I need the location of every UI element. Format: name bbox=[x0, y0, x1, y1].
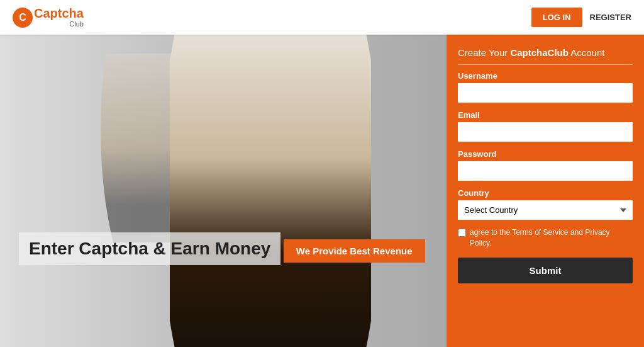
submit-button[interactable]: Submit bbox=[458, 258, 633, 283]
nav-buttons: LOG IN REGISTER bbox=[531, 8, 631, 27]
person-main bbox=[170, 35, 371, 347]
logo-club: Club bbox=[34, 21, 84, 28]
country-select[interactable]: Select Country United States United King… bbox=[458, 200, 633, 220]
terms-row: agree to the Terms of Service and Privac… bbox=[458, 227, 633, 249]
logo-brand-accent: C bbox=[34, 6, 43, 20]
email-label: Email bbox=[458, 110, 633, 120]
country-label: Country bbox=[458, 188, 633, 198]
password-label: Password bbox=[458, 149, 633, 159]
logo: C Captcha Club bbox=[13, 7, 84, 28]
form-title-brand: CaptchaClub bbox=[510, 47, 569, 58]
register-button[interactable]: REGISTER bbox=[590, 13, 631, 22]
email-input[interactable] bbox=[458, 122, 633, 142]
logo-brand-name: Captcha bbox=[34, 7, 84, 20]
username-input[interactable] bbox=[458, 83, 633, 103]
registration-panel: Create Your CaptchaClub Account Username… bbox=[447, 35, 644, 347]
hero-subtitle[interactable]: We Provide Best Revenue bbox=[284, 239, 425, 263]
username-label: Username bbox=[458, 71, 633, 81]
hero-section: Enter Captcha & Earn Money We Provide Be… bbox=[0, 35, 447, 347]
form-title-suffix: Account bbox=[569, 47, 605, 58]
hero-background bbox=[0, 35, 447, 347]
form-title: Create Your CaptchaClub Account bbox=[458, 47, 633, 65]
hero-text-block: Enter Captcha & Earn Money We Provide Be… bbox=[19, 232, 425, 271]
header: C Captcha Club LOG IN REGISTER bbox=[0, 0, 644, 35]
hero-title: Enter Captcha & Earn Money bbox=[19, 232, 280, 265]
form-title-prefix: Create Your bbox=[458, 47, 510, 58]
password-input[interactable] bbox=[458, 161, 633, 181]
logo-icon: C bbox=[13, 8, 33, 28]
login-button[interactable]: LOG IN bbox=[531, 8, 582, 27]
logo-text: Captcha Club bbox=[34, 7, 84, 28]
terms-checkbox[interactable] bbox=[458, 229, 466, 237]
terms-label: agree to the Terms of Service and Privac… bbox=[470, 227, 633, 249]
